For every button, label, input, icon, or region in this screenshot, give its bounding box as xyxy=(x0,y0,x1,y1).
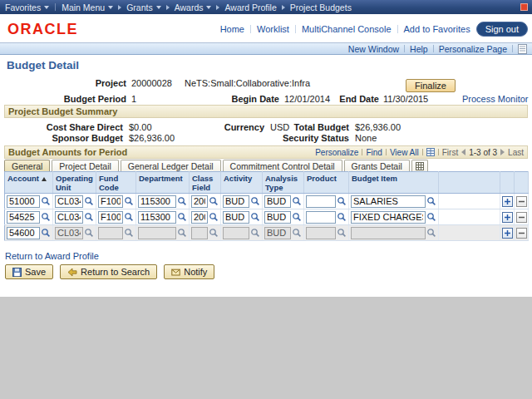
lookup-icon[interactable] xyxy=(124,212,134,222)
help-link[interactable]: Help xyxy=(410,44,428,54)
activity-input[interactable] xyxy=(223,227,249,239)
column-header-budget-item[interactable]: Budget Item xyxy=(349,172,439,194)
class-field-input[interactable] xyxy=(191,195,208,208)
process-monitor-link[interactable]: Process Monitor xyxy=(462,94,528,104)
lookup-icon[interactable] xyxy=(209,212,219,222)
lookup-icon[interactable] xyxy=(426,212,436,222)
lookup-icon[interactable] xyxy=(41,212,51,222)
download-grid-icon[interactable] xyxy=(426,148,435,156)
lookup-icon[interactable] xyxy=(337,212,347,222)
budget-item-input[interactable] xyxy=(351,195,426,208)
department-input[interactable] xyxy=(138,195,176,208)
column-header-analysis-type[interactable]: Analysis Type xyxy=(263,172,304,194)
account-input[interactable] xyxy=(7,227,40,239)
lookup-icon[interactable] xyxy=(177,196,187,206)
column-header-department[interactable]: Department xyxy=(136,172,190,194)
analysis-type-input[interactable] xyxy=(264,227,291,239)
breadcrumb-grants[interactable]: Grants xyxy=(126,2,161,12)
sign-out-button[interactable]: Sign out xyxy=(476,22,528,37)
lookup-icon[interactable] xyxy=(84,196,94,206)
lookup-icon[interactable] xyxy=(337,228,347,238)
next-rows-icon[interactable] xyxy=(500,149,505,155)
previous-rows-icon[interactable] xyxy=(461,149,466,155)
delete-row-button[interactable] xyxy=(516,212,527,223)
return-to-award-profile-link[interactable]: Return to Award Profile xyxy=(5,251,99,261)
lookup-icon[interactable] xyxy=(426,196,436,206)
multichannel-console-link[interactable]: MultiChannel Console xyxy=(302,24,392,34)
personalize-page-link[interactable]: Personalize Page xyxy=(439,44,507,54)
breadcrumb-award-profile[interactable]: Award Profile xyxy=(224,2,276,12)
lookup-icon[interactable] xyxy=(124,228,134,238)
delete-row-button[interactable] xyxy=(516,196,527,207)
return-to-search-button[interactable]: Return to Search xyxy=(60,264,157,279)
activity-input[interactable] xyxy=(223,211,249,224)
tab-project-detail[interactable]: Project Detail xyxy=(52,160,118,172)
operating-unit-input[interactable] xyxy=(55,227,83,239)
column-header-activity[interactable]: Activity xyxy=(221,172,263,194)
column-header-class-field[interactable]: Class Field xyxy=(190,172,221,194)
finalize-button[interactable]: Finalize xyxy=(406,79,456,92)
tab-commitment-control-detail[interactable]: Commitment Control Detail xyxy=(223,160,342,172)
favorites-menu[interactable]: Favorites xyxy=(5,2,49,12)
add-row-button[interactable] xyxy=(502,196,513,207)
class-field-input[interactable] xyxy=(191,211,208,224)
lookup-icon[interactable] xyxy=(292,196,302,206)
lookup-icon[interactable] xyxy=(209,228,219,238)
column-header-operating-unit[interactable]: Operating Unit xyxy=(53,172,96,194)
operating-unit-input[interactable] xyxy=(55,195,83,208)
lookup-icon[interactable] xyxy=(292,228,302,238)
lookup-icon[interactable] xyxy=(177,212,187,222)
notification-indicator[interactable] xyxy=(520,3,528,11)
breadcrumb-awards[interactable]: Awards xyxy=(175,2,212,12)
fund-code-input[interactable] xyxy=(98,227,123,239)
add-to-favorites-link[interactable]: Add to Favorites xyxy=(404,24,470,34)
lookup-icon[interactable] xyxy=(209,196,219,206)
budget-item-input[interactable] xyxy=(351,227,426,239)
product-input[interactable] xyxy=(306,195,336,208)
tab-general-ledger-detail[interactable]: General Ledger Detail xyxy=(121,160,221,172)
budget-item-input[interactable] xyxy=(351,211,426,224)
lookup-icon[interactable] xyxy=(250,228,260,238)
find-link[interactable]: Find xyxy=(366,148,382,157)
lookup-icon[interactable] xyxy=(41,196,51,206)
add-row-button[interactable] xyxy=(502,212,513,223)
lookup-icon[interactable] xyxy=(41,228,51,238)
class-field-input[interactable] xyxy=(191,227,208,239)
delete-row-button[interactable] xyxy=(516,228,527,239)
add-row-button[interactable] xyxy=(502,228,513,239)
page-icon[interactable] xyxy=(518,44,527,54)
account-input[interactable] xyxy=(7,195,40,208)
activity-input[interactable] xyxy=(223,195,249,208)
lookup-icon[interactable] xyxy=(250,196,260,206)
fund-code-input[interactable] xyxy=(98,195,123,208)
department-input[interactable] xyxy=(138,227,176,239)
breadcrumb-project-budgets[interactable]: Project Budgets xyxy=(290,2,352,12)
lookup-icon[interactable] xyxy=(84,228,94,238)
product-input[interactable] xyxy=(306,211,336,224)
fund-code-input[interactable] xyxy=(98,211,123,224)
last-link[interactable]: Last xyxy=(508,148,524,157)
view-all-link[interactable]: View All xyxy=(390,148,419,157)
column-header-fund-code[interactable]: Fund Code xyxy=(96,172,136,194)
lookup-icon[interactable] xyxy=(292,212,302,222)
lookup-icon[interactable] xyxy=(250,212,260,222)
lookup-icon[interactable] xyxy=(177,228,187,238)
product-input[interactable] xyxy=(306,227,336,239)
analysis-type-input[interactable] xyxy=(264,211,291,224)
show-all-columns-tab[interactable] xyxy=(411,160,428,172)
first-link[interactable]: First xyxy=(442,148,458,157)
column-header-account[interactable]: Account xyxy=(7,174,47,183)
main-menu[interactable]: Main Menu xyxy=(62,2,113,12)
lookup-icon[interactable] xyxy=(426,228,436,238)
tab-general[interactable]: General xyxy=(4,160,50,172)
tab-grants-detail[interactable]: Grants Detail xyxy=(344,160,410,172)
worklist-link[interactable]: Worklist xyxy=(257,24,289,34)
save-button[interactable]: Save xyxy=(5,264,53,279)
analysis-type-input[interactable] xyxy=(264,195,291,208)
home-link[interactable]: Home xyxy=(220,24,244,34)
notify-button[interactable]: Notify xyxy=(164,264,214,279)
account-input[interactable] xyxy=(7,211,40,224)
lookup-icon[interactable] xyxy=(124,196,134,206)
operating-unit-input[interactable] xyxy=(55,211,83,224)
department-input[interactable] xyxy=(138,211,176,224)
